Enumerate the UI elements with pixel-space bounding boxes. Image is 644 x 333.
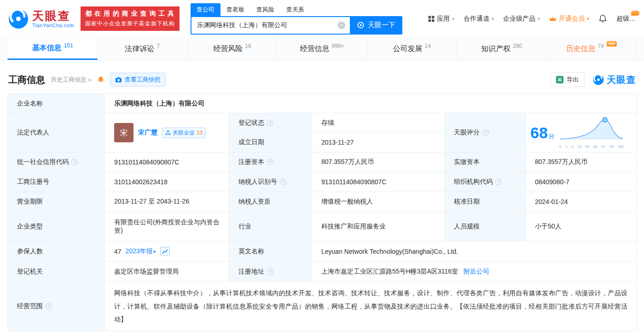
nav-super-label: 超级… [616, 15, 636, 23]
help-icon[interactable]: ? [495, 179, 502, 185]
tab-history-info[interactable]: 历史信息 74 VIP [547, 38, 637, 60]
history-business-info-link[interactable]: 历史工商信息 > [51, 76, 92, 84]
reg-authority-value: 嘉定区市场监督管理局 [105, 262, 229, 282]
top-nav: 应用 ▾ 合作通道 ▾ 企业级产品 ▾ 开通会员 ▾ 超级… [428, 14, 636, 23]
credit-code-value: 91310114084090807C [105, 152, 229, 172]
camera-icon [115, 76, 122, 83]
field-label: 核准日期 [445, 192, 526, 212]
business-term-value: 2013-11-27 至 2043-11-26 [105, 192, 229, 212]
chevron-down-icon: ▾ [452, 16, 454, 21]
field-label: 纳税人资质 [229, 192, 312, 212]
nearby-companies-link[interactable]: 附近公司 [464, 268, 489, 275]
network-icon [165, 130, 171, 135]
row-credit-code: 统一社会信用代码? 91310114084090807C 注册资本? 807.3… [8, 152, 637, 172]
staff-size-value: 小于50人 [526, 212, 637, 241]
brand-domain: TianYanCha.com [32, 23, 74, 28]
tab-count: 260 [513, 43, 522, 49]
search-tab-boss[interactable]: 查老板 [220, 3, 250, 16]
brand-name: 天眼查 [32, 9, 74, 23]
legal-rep-name-link[interactable]: 宋广慧 [138, 129, 157, 137]
vip-corner-badge [631, 11, 639, 16]
nav-enterprise-products[interactable]: 企业级产品 ▾ [503, 15, 540, 23]
field-label: 参保人数 [8, 241, 105, 262]
search-area: 查公司 查老板 查风险 查关系 ✕ 天眼一下 [191, 3, 402, 35]
tab-business-info[interactable]: 经营信息 999+ [277, 38, 367, 60]
annual-report-link[interactable]: 2023年报 ▸ [126, 247, 156, 256]
field-label: 行业 [229, 212, 312, 241]
eye-logo-icon [593, 74, 604, 85]
row-insured-count: 参保人数 47 2023年报 ▸ 英文名称 Leyuan Network [8, 241, 637, 262]
tab-basic-info[interactable]: 基本信息 151 [7, 38, 98, 60]
field-label: 组织机构代码? [445, 172, 526, 192]
export-button[interactable]: 导出 [550, 72, 585, 87]
help-icon[interactable]: ? [267, 159, 273, 165]
tianyancha-watermark: 天眼查 [593, 74, 636, 86]
monitor-bell-icon[interactable] [97, 76, 104, 83]
caret-right-icon: ▸ [154, 249, 156, 254]
help-icon[interactable]: ? [71, 159, 78, 165]
nav-open-vip[interactable]: 开通会员 ▾ [549, 15, 589, 23]
help-icon[interactable]: ? [46, 303, 52, 310]
tab-count: 74 [598, 43, 603, 49]
help-icon[interactable]: ? [267, 120, 273, 126]
field-label: 经营范围? [8, 282, 105, 331]
tab-count: 7 [157, 43, 160, 49]
tab-company-development[interactable]: 公司发展 14 [367, 38, 457, 60]
snapshot-button[interactable]: 查看工商快照 [110, 73, 166, 87]
clear-search-icon[interactable]: ✕ [338, 22, 345, 29]
search-button[interactable]: 天眼一下 [350, 16, 402, 35]
field-label: 工商注册号 [8, 172, 105, 192]
search-tab-risk[interactable]: 查风险 [250, 3, 280, 16]
reg-number-value: 310114002623418 [105, 172, 229, 192]
nav-cooperation[interactable]: 合作通道 ▾ [464, 15, 494, 23]
chevron-right-icon: > [88, 76, 92, 83]
row-company-name: 企业名称 乐渊网络科技（上海）有限公司 [8, 94, 637, 113]
search-tab-company[interactable]: 查公司 [191, 3, 220, 16]
snapshot-button-label: 查看工商快照 [125, 76, 161, 84]
tianyan-score: 68分 [530, 124, 555, 142]
nav-cooperation-label: 合作通道 [464, 15, 489, 23]
nav-app[interactable]: 应用 ▾ [428, 15, 454, 23]
main-content: 工商信息 历史工商信息 > 查看工商快照 导出 [0, 72, 644, 331]
section-title: 工商信息 [8, 74, 45, 86]
help-icon[interactable]: ? [267, 269, 273, 275]
approval-date-value: 2024-01-24 [526, 192, 637, 212]
insured-trend-icon[interactable] [160, 247, 170, 256]
eye-logo-icon [8, 9, 29, 29]
org-code-value: 08409080-7 [526, 172, 637, 192]
field-label: 天眼评分? [445, 113, 526, 152]
nav-notifications[interactable] [598, 14, 607, 23]
help-icon[interactable]: ? [280, 179, 286, 185]
taxpayer-quality-value: 增值税一般纳税人 [312, 192, 445, 212]
tab-count: 999+ [331, 43, 344, 49]
field-label: 营业期限 [8, 192, 105, 212]
related-companies-badge[interactable]: 关联企业 13 [162, 128, 206, 138]
score-cell: 68分 0131550859799100 [526, 113, 637, 152]
industry-value: 科技推广和应用服务业 [312, 212, 445, 241]
tab-business-risk[interactable]: 经营风险 16 [187, 38, 277, 60]
vip-badge: VIP [607, 41, 617, 47]
chevron-down-icon: ▾ [492, 16, 494, 21]
row-business-term: 营业期限 2013-11-27 至 2043-11-26 纳税人资质 增值税一般… [8, 192, 637, 212]
tianyancha-logo[interactable]: 天眼查 TianYanCha.com [8, 9, 74, 29]
tab-count: 151 [64, 42, 73, 49]
company-tabs-bar: 基本信息 151 法律诉讼 7 经营风险 16 经营信息 999+ 公司发展 1… [0, 37, 644, 60]
score-curve-chart: 0131550859799100 [559, 117, 624, 149]
top-header: 天眼查 TianYanCha.com 都 在 用 的 商 业 查 询 工 具 国… [0, 0, 644, 37]
help-icon[interactable]: ? [482, 129, 489, 136]
legal-rep-avatar[interactable]: 宋 [114, 123, 133, 142]
tab-legal-proceedings[interactable]: 法律诉讼 7 [98, 38, 187, 60]
slogan-line1: 都 在 用 的 商 业 查 询 工 具 [85, 10, 175, 18]
crown-icon [549, 16, 557, 22]
row-company-type: 企业类型 有限责任公司(外商投资企业与内资合资) 行业 科技推广和应用服务业 人… [8, 212, 637, 241]
nav-super-vip[interactable]: 超级… [616, 15, 636, 23]
score-axis: 0131550859799100 [559, 145, 624, 149]
tab-intellectual-property[interactable]: 知识产权 260 [457, 38, 547, 60]
search-button-label: 天眼一下 [368, 21, 395, 29]
row-legal-rep: 法定代表人 宋 宋广慧 关联企业 13 [8, 113, 637, 133]
insured-count-value: 47 [114, 248, 122, 255]
field-label: 法定代表人 [8, 113, 105, 152]
search-tab-relation[interactable]: 查关系 [280, 3, 310, 16]
search-input[interactable] [191, 16, 350, 35]
row-reg-authority: 登记机关 嘉定区市场监督管理局 注册地址? 上海市嘉定工业区汇源路55号H幢3层… [8, 262, 637, 282]
